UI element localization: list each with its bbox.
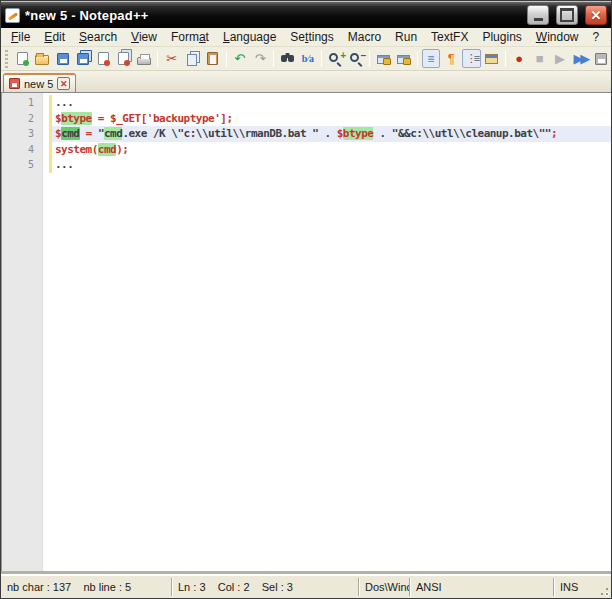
record-macro-icon: ● <box>515 52 523 65</box>
code-token: ); <box>116 143 128 156</box>
toolbar-separator <box>417 51 418 67</box>
code-token: . "&&c:\\utl\\cleanup.bat\"" <box>373 127 551 140</box>
tab-bar: new 5 ✕ <box>1 71 611 93</box>
code-editor[interactable]: 1...2$btype = $_GET['backuptype'];3$cmd … <box>1 93 611 574</box>
code-token: = <box>80 127 98 140</box>
toolbar-separator <box>505 51 506 67</box>
toolbar-separator <box>369 51 370 67</box>
status-encoding: ANSI <box>409 578 553 596</box>
user-define-dialog-icon[interactable] <box>483 49 501 68</box>
record-macro-icon[interactable]: ● <box>510 49 528 68</box>
menu-item-edit[interactable]: Edit <box>37 29 72 45</box>
highlighted-token: cmd <box>98 143 116 156</box>
code-line-1[interactable]: 1... <box>2 95 611 111</box>
toolbar: ✂↶↷b⁄a+−≡¶⋮≡●■▶▶▶ <box>1 47 611 71</box>
status-cursor-position: Ln : 3 Col : 2 Sel : 3 <box>171 578 358 596</box>
status-doc-stats: nb char : 137 nb line : 5 <box>1 578 171 596</box>
code-token: ; <box>551 127 557 140</box>
save-icon[interactable] <box>54 49 72 68</box>
code-line-2[interactable]: 2$btype = $_GET['backuptype']; <box>2 111 611 127</box>
close-file-icon[interactable] <box>94 49 112 68</box>
menu-item-search[interactable]: Search <box>72 29 124 45</box>
print-icon[interactable] <box>135 49 153 68</box>
save-recorded-macro-icon[interactable] <box>592 49 610 68</box>
play-macro-icon: ▶ <box>555 52 565 65</box>
unsaved-floppy-icon <box>9 78 20 89</box>
undo-icon: ↶ <box>234 52 245 65</box>
title-bar[interactable]: *new 5 - Notepad++ ✕ <box>1 1 611 28</box>
menu-item-macro[interactable]: Macro <box>341 29 388 45</box>
code-token: = $_GET['backuptype']; <box>92 112 233 125</box>
sync-horizontal-scroll-icon[interactable] <box>394 49 412 68</box>
resize-grip[interactable] <box>597 584 610 597</box>
menu-item-language[interactable]: Language <box>216 29 283 45</box>
line-number: 5 <box>2 157 43 173</box>
status-eol-format: Dos\Windows <box>358 578 409 596</box>
status-insert-mode: INS <box>553 578 599 596</box>
replace-icon[interactable]: b⁄a <box>299 49 317 68</box>
menu-item-format[interactable]: Format <box>164 29 216 45</box>
new-file-icon[interactable] <box>13 49 31 68</box>
mdi-close-icon[interactable]: X <box>606 30 612 44</box>
zoom-out-icon: − <box>350 53 359 62</box>
find-icon <box>281 55 287 62</box>
app-icon <box>5 8 20 23</box>
highlighted-token: btype <box>61 112 92 125</box>
save-all-icon[interactable] <box>74 49 92 68</box>
save-icon <box>57 53 69 65</box>
indent-guide-icon: ⋮≡ <box>466 53 477 64</box>
word-wrap-icon[interactable]: ≡ <box>422 49 440 68</box>
zoom-in-icon: + <box>329 53 338 62</box>
cut-icon[interactable]: ✂ <box>162 49 180 68</box>
redo-icon[interactable]: ↷ <box>251 49 269 68</box>
paste-icon <box>207 52 218 65</box>
line-number: 2 <box>2 111 43 127</box>
menu-item-plugins[interactable]: Plugins <box>475 29 528 45</box>
tab-close-icon[interactable]: ✕ <box>57 77 70 90</box>
menu-item-view[interactable]: View <box>124 29 164 45</box>
find-icon[interactable] <box>278 49 296 68</box>
paste-icon[interactable] <box>203 49 221 68</box>
code-line-4[interactable]: 4system(cmd); <box>2 142 611 158</box>
minimize-button[interactable] <box>527 5 549 25</box>
indent-guide-icon[interactable]: ⋮≡ <box>462 49 480 68</box>
copy-icon <box>187 54 197 66</box>
code-token: ... <box>55 96 73 109</box>
code-line-3[interactable]: 3$cmd = "cmd.exe /K \"c:\\util\\rmanDB.b… <box>2 126 611 142</box>
toolbar-separator <box>273 51 274 67</box>
toolbar-grip-handle[interactable] <box>4 50 9 68</box>
code-line-5[interactable]: 5... <box>2 157 611 173</box>
menu-item-settings[interactable]: Settings <box>283 29 340 45</box>
toolbar-separator <box>321 51 322 67</box>
toolbar-separator <box>157 51 158 67</box>
play-macro-icon[interactable]: ▶ <box>551 49 569 68</box>
menu-item-window[interactable]: Window <box>529 29 586 45</box>
menu-item-[interactable]: ? <box>586 29 607 45</box>
open-file-icon <box>35 55 49 65</box>
close-button[interactable]: ✕ <box>585 5 607 25</box>
sync-vertical-scroll-icon[interactable] <box>374 49 392 68</box>
copy-icon[interactable] <box>183 49 201 68</box>
close-all-icon <box>118 52 129 65</box>
close-all-icon[interactable] <box>115 49 133 68</box>
zoom-out-icon[interactable]: − <box>346 49 364 68</box>
menu-item-textfx[interactable]: TextFX <box>424 29 475 45</box>
zoom-in-icon[interactable]: + <box>326 49 344 68</box>
save-all-icon <box>77 53 89 65</box>
stop-macro-icon[interactable]: ■ <box>530 49 548 68</box>
show-all-characters-icon: ¶ <box>448 52 455 65</box>
tab-new-5[interactable]: new 5 ✕ <box>3 73 76 92</box>
run-macro-multiple-icon[interactable]: ▶▶ <box>571 49 589 68</box>
code-text: $btype = $_GET['backuptype']; <box>52 111 611 127</box>
status-bar: nb char : 137 nb line : 5Ln : 3 Col : 2 … <box>1 574 611 598</box>
word-wrap-icon: ≡ <box>427 53 434 65</box>
sync-vertical-scroll-icon <box>377 55 390 64</box>
menu-item-run[interactable]: Run <box>388 29 424 45</box>
undo-icon[interactable]: ↶ <box>231 49 249 68</box>
show-all-characters-icon[interactable]: ¶ <box>442 49 460 68</box>
menu-item-file[interactable]: File <box>4 29 37 45</box>
code-token: $ <box>337 127 343 140</box>
code-text: system(cmd); <box>52 142 611 158</box>
open-file-icon[interactable] <box>33 49 51 68</box>
maximize-button[interactable] <box>556 5 578 25</box>
